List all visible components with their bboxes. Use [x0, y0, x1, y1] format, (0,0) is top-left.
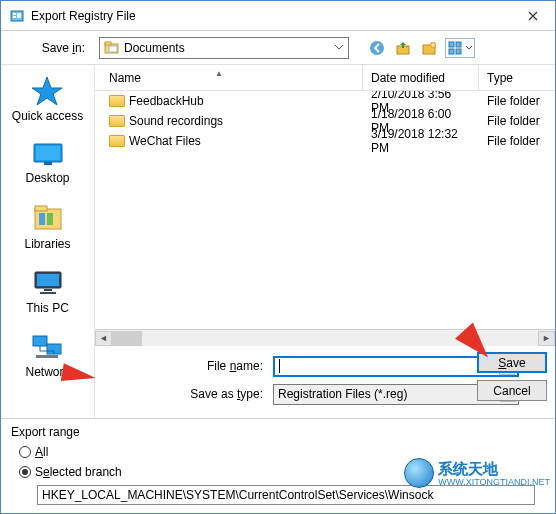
save-in-label: Save in: [9, 41, 93, 55]
scroll-left-button[interactable]: ◄ [95, 331, 112, 346]
svg-point-7 [370, 41, 384, 55]
svg-rect-21 [47, 213, 53, 225]
svg-rect-28 [36, 355, 58, 358]
filename-region: File name: Save as type: Registration Fi… [95, 346, 555, 418]
text-caret [279, 359, 280, 373]
svg-rect-12 [456, 42, 461, 47]
places-libraries[interactable]: Libraries [24, 203, 70, 251]
svg-rect-16 [36, 146, 60, 160]
svg-rect-14 [456, 49, 461, 54]
regedit-icon [9, 8, 25, 24]
documents-folder-icon [104, 41, 120, 55]
column-name[interactable]: Name▲ [95, 65, 363, 90]
libraries-icon [31, 203, 65, 233]
quick-access-icon [30, 75, 64, 105]
svg-rect-20 [39, 213, 45, 225]
scroll-track[interactable] [112, 331, 538, 346]
places-network[interactable]: Network [25, 333, 69, 379]
watermark: 系统天地 WWW.XITONGTIANDI.NET [404, 458, 550, 488]
places-quick-access[interactable]: Quick access [12, 75, 83, 123]
radio-icon [19, 446, 31, 458]
up-one-level-button[interactable] [393, 38, 413, 58]
export-registry-dialog: Export Registry File Save in: Documents … [0, 0, 556, 514]
save-as-type-label: Save as type: [103, 387, 273, 401]
file-row[interactable]: WeChat Files 3/19/2018 12:32 PM File fol… [95, 131, 555, 151]
new-folder-icon [421, 40, 437, 56]
file-list-pane: Name▲ Date modified Type FeedbackHub 2/1… [95, 65, 555, 418]
folder-icon [109, 115, 125, 127]
location-dropdown[interactable]: Documents [99, 37, 349, 59]
column-headers: Name▲ Date modified Type [95, 65, 555, 91]
new-folder-button[interactable] [419, 38, 439, 58]
column-date-modified[interactable]: Date modified [363, 65, 479, 90]
horizontal-scrollbar[interactable]: ◄ ► [95, 329, 555, 346]
network-icon [30, 333, 64, 361]
column-type[interactable]: Type [479, 65, 555, 90]
places-desktop[interactable]: Desktop [25, 141, 69, 185]
svg-rect-17 [44, 162, 52, 165]
svg-rect-11 [449, 42, 454, 47]
back-arrow-icon [369, 40, 385, 56]
save-button[interactable]: Save [477, 352, 547, 373]
svg-rect-25 [40, 292, 56, 294]
svg-rect-3 [17, 13, 21, 18]
places-this-pc[interactable]: This PC [26, 269, 69, 315]
scroll-right-button[interactable]: ► [538, 331, 555, 346]
chevron-down-icon [334, 42, 344, 52]
titlebar: Export Registry File [1, 1, 555, 31]
file-name-label: File name: [103, 359, 273, 373]
close-button[interactable] [510, 2, 555, 30]
folder-up-icon [395, 40, 411, 56]
file-list[interactable]: FeedbackHub 2/10/2018 3:56 PM File folde… [95, 91, 555, 329]
svg-rect-13 [449, 49, 454, 54]
window-title: Export Registry File [31, 9, 136, 23]
svg-rect-6 [109, 46, 117, 52]
back-button[interactable] [367, 38, 387, 58]
svg-rect-2 [13, 16, 16, 18]
views-icon [448, 41, 462, 55]
globe-icon [404, 458, 434, 488]
sort-ascending-icon: ▲ [215, 69, 223, 78]
svg-rect-23 [37, 274, 59, 286]
desktop-icon [31, 141, 65, 167]
location-name: Documents [124, 41, 185, 55]
svg-rect-24 [44, 289, 52, 291]
folder-icon [109, 135, 125, 147]
places-bar: Quick access Desktop Libraries This PC N… [1, 65, 95, 418]
chevron-down-icon [466, 41, 472, 55]
svg-rect-26 [33, 336, 47, 346]
file-row[interactable]: Sound recordings 1/18/2018 6:00 PM File … [95, 111, 555, 131]
location-toolbar: Save in: Documents [1, 31, 555, 65]
file-row[interactable]: FeedbackHub 2/10/2018 3:56 PM File folde… [95, 91, 555, 111]
cancel-button[interactable]: Cancel [477, 380, 547, 401]
folder-icon [109, 95, 125, 107]
svg-rect-1 [13, 13, 16, 15]
scroll-thumb[interactable] [112, 331, 142, 346]
branch-path-input[interactable]: HKEY_LOCAL_MACHINE\SYSTEM\CurrentControl… [37, 485, 535, 505]
radio-icon [19, 466, 31, 478]
this-pc-icon [31, 269, 65, 297]
svg-rect-5 [105, 42, 111, 45]
views-button[interactable] [445, 38, 475, 58]
svg-rect-19 [35, 206, 47, 211]
close-icon [528, 11, 538, 21]
export-range-label: Export range [11, 425, 547, 439]
